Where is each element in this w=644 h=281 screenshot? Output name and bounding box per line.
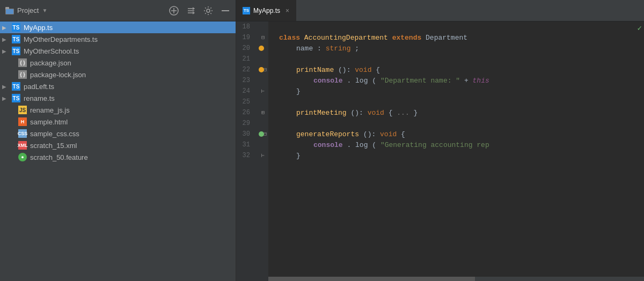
project-dropdown[interactable]: Project ▼ (5, 6, 47, 14)
line-num-25: 25 (240, 97, 253, 107)
line-num-19: 19 (240, 32, 253, 43)
sidebar-item-myotherdepts[interactable]: ▶ TS MyOtherDepartments.ts (0, 33, 236, 45)
sidebar-item-package[interactable]: { } package.json (0, 57, 236, 69)
sidebar-icon-myotherdepts: TS (12, 35, 20, 43)
gutter-29 (258, 118, 268, 129)
sidebar-label-renamejs: rename_js.js (30, 106, 70, 114)
sidebar-item-scratchxml[interactable]: XML scratch_15.xml (0, 139, 236, 151)
code-line-30: generateReports (): void { (268, 129, 644, 139)
sidebar-label-scratchxml: scratch_15.xml (30, 142, 77, 150)
sidebar-arrow-myotherschool: ▶ (2, 48, 9, 54)
type-void-2: void (368, 109, 389, 117)
sidebar-icon-rename: TS (12, 94, 20, 102)
sidebar-item-packagelock[interactable]: { } package-lock.json (0, 69, 236, 80)
sidebar-label-scratch50: scratch_50.feature (30, 153, 88, 161)
line-num-21: 21 (240, 54, 253, 64)
code-line-32: } (268, 150, 644, 161)
gutter-26: ⊞ (258, 107, 268, 118)
sidebar-icon-padleft: TS (12, 82, 20, 91)
line-num-18: 18 (240, 21, 253, 32)
sidebar-label-myotherdepts: MyOtherDepartments.ts (24, 35, 98, 43)
sidebar-icon-myapp: TS (12, 23, 20, 32)
line-num-20: 20 (240, 43, 253, 54)
fold-icon-32[interactable]: ⊢ (261, 152, 265, 159)
collapse-icon[interactable] (186, 6, 196, 16)
sidebar-icon-renamejs: JS (18, 106, 27, 114)
keyword-class: class (279, 34, 304, 42)
tab-close-button[interactable]: × (286, 7, 289, 14)
method-generatereports: generateReports (296, 130, 359, 138)
h-scrollbar[interactable] (268, 277, 644, 281)
sidebar-icon-scratch50: ● (18, 153, 27, 161)
tab-myapp[interactable]: TS MyApp.ts × (236, 0, 296, 21)
gutter-22: ⊟ (258, 64, 268, 75)
sidebar-item-myotherschool[interactable]: ▶ TS MyOtherSchool.ts (0, 45, 236, 57)
sidebar-label-padleft: padLeft.ts (24, 83, 54, 91)
sidebar-item-rename[interactable]: ▶ TS rename.ts (0, 92, 236, 104)
type-string: string (326, 45, 351, 53)
gutter-19: ⊟ (258, 32, 268, 43)
main-area: ▶ TS MyApp.ts ▶ TS MyOtherDepartments.ts… (0, 21, 644, 281)
sidebar-arrow-padleft: ▶ (2, 84, 9, 90)
sidebar-label-samplehtml: sample.html (30, 118, 68, 126)
string-dept-name: "Department name: " (380, 77, 460, 85)
method-log-2: log (355, 141, 368, 149)
keyword-console: console (313, 77, 343, 85)
sidebar-label-package: package.json (30, 59, 71, 67)
sidebar-item-samplecss[interactable]: CSS sample_css.css (0, 128, 236, 139)
code-area: class AccountingDepartment extends Depar… (268, 21, 644, 281)
tab-filename: MyApp.ts (253, 7, 280, 14)
code-line-21 (268, 54, 644, 64)
sidebar-item-scratch50[interactable]: ● scratch_50.feature (0, 151, 236, 163)
fold-icon-26[interactable]: ⊞ (261, 109, 265, 116)
gutter-21 (258, 54, 268, 64)
sidebar-item-myapp[interactable]: ▶ TS MyApp.ts (0, 21, 236, 33)
code-line-23: console . log ( "Department name: " + th… (268, 75, 644, 86)
sidebar-item-padleft[interactable]: ▶ TS padLeft.ts (0, 80, 236, 92)
sidebar-item-samplehtml[interactable]: H sample.html (0, 116, 236, 128)
editor[interactable]: ✓ 18 19 20 21 22 23 24 25 26 29 30 31 32 (236, 21, 644, 281)
fold-icon-24[interactable]: ⊢ (261, 88, 265, 94)
dropdown-arrow-icon: ▼ (42, 8, 47, 13)
settings-icon[interactable] (203, 6, 213, 16)
tab-bar: TS MyApp.ts × (236, 0, 296, 21)
code-line-18 (268, 21, 644, 32)
method-log-1: log (355, 77, 368, 85)
class-name-accounting: AccountingDepartment (304, 34, 392, 42)
method-printmeeting: printMeeting (296, 109, 347, 117)
sidebar-arrow-myotherdepts: ▶ (2, 36, 9, 42)
code-line-20: name : string ; (268, 43, 644, 54)
keyword-console-2: console (313, 141, 343, 149)
svg-rect-2 (6, 9, 13, 14)
gutter-31 (258, 139, 268, 150)
fold-icon-19[interactable]: ⊟ (261, 34, 265, 41)
code-line-24: } (268, 86, 644, 97)
tab-ts-icon: TS (243, 7, 250, 14)
prop-name: name (296, 45, 313, 53)
sidebar-arrow-myapp: ▶ (2, 25, 9, 31)
hide-icon[interactable] (221, 9, 230, 12)
sidebar-label-samplecss: sample_css.css (30, 130, 79, 138)
sidebar-label-rename: rename.ts (24, 94, 55, 102)
h-scrollbar-thumb[interactable] (268, 277, 475, 281)
line-num-23: 23 (240, 75, 253, 86)
code-line-31: console . log ( "Generating accounting r… (268, 139, 644, 150)
gutter-23 (258, 75, 268, 86)
sidebar-item-renamejs[interactable]: JS rename_js.js (0, 104, 236, 116)
line-num-26: 26 (240, 107, 253, 118)
type-department: Department (426, 34, 467, 42)
sidebar-label-packagelock: package-lock.json (30, 71, 86, 79)
add-icon[interactable] (169, 6, 179, 16)
type-void-3: void (380, 130, 401, 138)
sidebar-icon-myotherschool: TS (12, 47, 20, 55)
project-label-text: Project (17, 6, 39, 14)
sidebar-label-myotherschool: MyOtherSchool.ts (24, 47, 79, 55)
method-printname: printName (296, 66, 334, 74)
folded-content: ... (397, 109, 409, 117)
toolbar-icons (169, 6, 230, 16)
project-folder-icon (5, 7, 14, 14)
svg-point-9 (207, 9, 210, 12)
code-line-29 (268, 118, 644, 129)
code-line-22: printName (): void { (268, 64, 644, 75)
line-num-32: 32 (240, 150, 253, 161)
